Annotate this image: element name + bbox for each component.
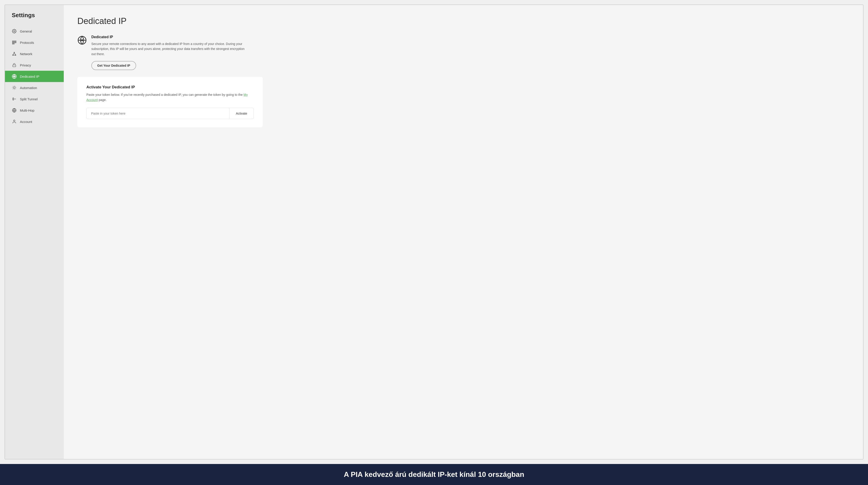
split-tunnel-icon: [12, 97, 17, 101]
svg-rect-10: [13, 65, 16, 67]
dedicated-ip-globe-icon: [77, 35, 87, 45]
svg-line-8: [14, 53, 16, 55]
svg-point-13: [14, 76, 15, 77]
sidebar-item-label-network: Network: [20, 52, 32, 56]
sidebar-item-protocols[interactable]: Protocols: [5, 37, 64, 48]
banner-text: A PIA kedvező árú dedikált IP-ket kínál …: [344, 470, 524, 479]
sidebar-item-label-multi-hop: Multi-Hop: [20, 108, 34, 112]
account-icon: [12, 119, 17, 124]
svg-line-17: [13, 86, 13, 87]
activate-button[interactable]: Activate: [229, 108, 253, 119]
sidebar-item-label-automation: Automation: [20, 86, 37, 90]
sidebar: Settings General Protocols: [5, 5, 64, 459]
sidebar-item-multi-hop[interactable]: Multi-Hop: [5, 105, 64, 116]
svg-point-4: [14, 52, 14, 53]
sidebar-item-label-dedicated-ip: Dedicated IP: [20, 74, 39, 78]
activate-desc-part1: Paste your token below. If you've recent…: [86, 93, 244, 97]
main-content: Dedicated IP Dedicated IP Secure your re…: [64, 5, 863, 459]
bottom-banner: A PIA kedvező árú dedikált IP-ket kínál …: [0, 464, 868, 485]
svg-line-7: [13, 53, 14, 55]
info-description: Secure your remote connections to any as…: [91, 41, 250, 57]
info-title: Dedicated IP: [91, 35, 250, 39]
info-text-block: Dedicated IP Secure your remote connecti…: [91, 35, 250, 70]
protocols-icon: [12, 40, 17, 45]
activate-description: Paste your token below. If you've recent…: [86, 92, 254, 102]
sidebar-item-label-split-tunnel: Split Tunnel: [20, 97, 37, 101]
svg-point-0: [14, 31, 15, 32]
sidebar-title: Settings: [5, 12, 64, 26]
activate-desc-part2: page.: [98, 98, 107, 102]
svg-rect-2: [12, 42, 16, 43]
svg-rect-1: [12, 41, 16, 41]
sidebar-item-general[interactable]: General: [5, 26, 64, 37]
activate-title: Activate Your Dedicated IP: [86, 85, 254, 90]
get-dedicated-ip-button[interactable]: Get Your Dedicated IP: [91, 61, 136, 70]
sidebar-item-split-tunnel[interactable]: Split Tunnel: [5, 93, 64, 105]
sidebar-item-account[interactable]: Account: [5, 116, 64, 127]
lock-icon: [12, 63, 17, 68]
activate-card: Activate Your Dedicated IP Paste your to…: [77, 77, 263, 127]
svg-rect-3: [12, 43, 14, 44]
globe-icon: [12, 108, 17, 113]
dedicated-ip-info-section: Dedicated IP Secure your remote connecti…: [77, 35, 849, 70]
sidebar-item-label-protocols: Protocols: [20, 41, 34, 44]
token-input-row: Activate: [86, 108, 254, 119]
page-title: Dedicated IP: [77, 16, 849, 26]
sidebar-item-network[interactable]: Network: [5, 48, 64, 59]
sidebar-item-automation[interactable]: Automation: [5, 82, 64, 93]
token-input[interactable]: [87, 108, 229, 119]
svg-point-28: [13, 120, 15, 122]
sidebar-item-dedicated-ip[interactable]: Dedicated IP: [5, 71, 64, 82]
svg-point-31: [81, 39, 83, 41]
automation-icon: [12, 85, 17, 90]
gear-icon: [12, 29, 17, 34]
dedicated-ip-icon: [12, 74, 17, 79]
sidebar-item-label-account: Account: [20, 120, 32, 124]
network-icon: [12, 51, 17, 56]
sidebar-item-privacy[interactable]: Privacy: [5, 59, 64, 71]
sidebar-item-label-privacy: Privacy: [20, 63, 31, 67]
sidebar-item-label-general: General: [20, 29, 32, 33]
svg-point-14: [13, 87, 15, 89]
